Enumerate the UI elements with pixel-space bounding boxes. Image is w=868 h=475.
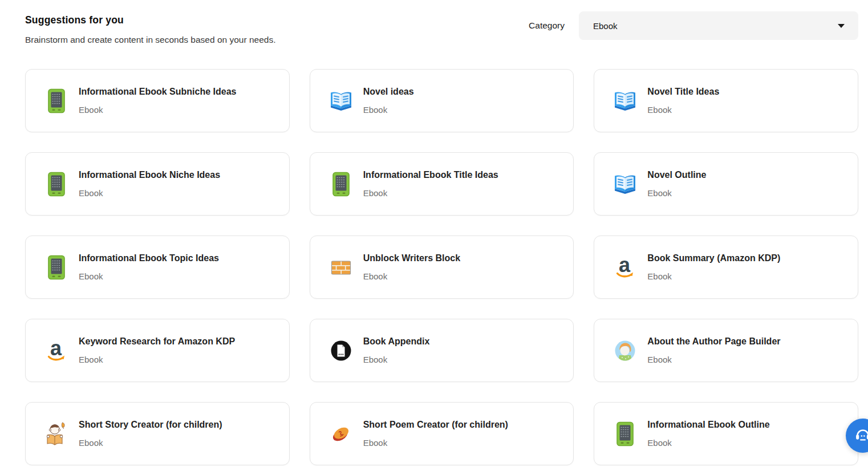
card-text: Unblock Writers BlockEbook — [363, 253, 467, 281]
card-subtitle: Ebook — [79, 105, 236, 115]
ebook-reader-icon — [613, 420, 638, 448]
chevron-down-icon — [838, 24, 845, 28]
card-subtitle: Ebook — [79, 438, 222, 448]
card-title: Novel Outline — [647, 170, 706, 180]
svg-text:a: a — [619, 255, 631, 277]
card-subtitle: Ebook — [363, 188, 498, 198]
suggestion-card[interactable]: Informational Ebook Title IdeasEbook — [310, 152, 574, 216]
suggestion-card[interactable]: Novel ideasEbook — [310, 69, 574, 132]
suggestion-card[interactable]: aBook Summary (Amazon KDP)Ebook — [594, 236, 858, 299]
card-title: Unblock Writers Block — [363, 253, 460, 263]
amazon-logo-icon: a — [44, 337, 69, 364]
suggestion-card[interactable]: Unblock Writers BlockEbook — [310, 236, 574, 299]
card-subtitle: Ebook — [647, 105, 719, 115]
ebook-reader-icon — [44, 87, 69, 115]
page-header: Suggestions for you Brainstorm and creat… — [25, 14, 275, 45]
card-subtitle: Ebook — [79, 188, 220, 198]
card-title: Novel ideas — [363, 87, 414, 97]
page-title: Suggestions for you — [25, 14, 275, 26]
card-subtitle: Ebook — [79, 271, 219, 281]
suggestion-card[interactable]: Book AppendixEbook — [310, 319, 574, 382]
ebook-reader-icon — [44, 170, 69, 198]
suggestion-card[interactable]: Informational Ebook Topic IdeasEbook — [25, 236, 290, 299]
card-text: Short Story Creator (for children)Ebook — [79, 420, 229, 448]
card-subtitle: Ebook — [79, 355, 235, 364]
suggestion-card[interactable]: Short Story Creator (for children)Ebook — [25, 402, 290, 465]
card-title: Informational Ebook Outline — [647, 420, 769, 430]
card-subtitle: Ebook — [363, 271, 460, 281]
card-title: About the Author Page Builder — [647, 336, 780, 347]
card-title: Informational Ebook Title Ideas — [363, 170, 498, 180]
card-text: Informational Ebook OutlineEbook — [647, 420, 776, 448]
category-label: Category — [529, 21, 565, 31]
open-book-icon — [613, 87, 638, 115]
card-text: Novel OutlineEbook — [647, 170, 713, 198]
card-text: Informational Ebook Title IdeasEbook — [363, 170, 505, 198]
card-subtitle: Ebook — [363, 105, 414, 115]
card-title: Keyword Research for Amazon KDP — [79, 336, 235, 347]
amazon-logo-icon: a — [613, 254, 638, 281]
ebook-reader-icon — [328, 170, 354, 198]
headset-icon — [854, 426, 868, 446]
category-dropdown[interactable]: Ebook — [579, 11, 858, 40]
card-subtitle: Ebook — [647, 355, 780, 364]
card-subtitle: Ebook — [647, 188, 706, 198]
document-page-icon — [328, 337, 354, 364]
card-subtitle: Ebook — [363, 355, 430, 364]
category-selected-value: Ebook — [593, 21, 618, 31]
suggestion-card[interactable]: About the Author Page BuilderEbook — [594, 319, 858, 382]
card-text: Novel ideasEbook — [363, 87, 421, 115]
card-text: About the Author Page BuilderEbook — [647, 336, 787, 364]
suggestion-card[interactable]: Informational Ebook Subniche IdeasEbook — [25, 69, 290, 132]
svg-text:a: a — [50, 338, 62, 360]
suggestion-card[interactable]: aKeyword Research for Amazon KDPEbook — [25, 319, 290, 382]
ebook-reader-icon — [44, 254, 69, 281]
card-title: Book Appendix — [363, 336, 430, 347]
card-title: Book Summary (Amazon KDP) — [647, 253, 780, 263]
card-subtitle: Ebook — [647, 438, 769, 448]
card-title: Short Story Creator (for children) — [79, 420, 222, 430]
suggestions-grid: Informational Ebook Subniche IdeasEbookN… — [25, 69, 858, 465]
category-filter: Category Ebook — [529, 11, 858, 40]
author-avatar-icon — [613, 337, 638, 364]
suggestion-card[interactable]: Informational Ebook OutlineEbook — [594, 402, 858, 465]
card-text: Informational Ebook Niche IdeasEbook — [79, 170, 227, 198]
card-text: Informational Ebook Topic IdeasEbook — [79, 253, 226, 281]
card-text: Novel Title IdeasEbook — [647, 87, 726, 115]
card-title: Informational Ebook Topic Ideas — [79, 253, 219, 263]
card-subtitle: Ebook — [363, 438, 508, 448]
child-reading-icon — [44, 420, 69, 448]
open-book-icon — [328, 87, 354, 115]
poem-stamp-icon — [328, 420, 354, 448]
open-book-icon — [613, 170, 638, 198]
card-title: Informational Ebook Subniche Ideas — [79, 87, 236, 97]
card-text: Book AppendixEbook — [363, 336, 437, 364]
suggestion-card[interactable]: Novel OutlineEbook — [594, 152, 858, 216]
card-subtitle: Ebook — [647, 271, 780, 281]
brick-wall-icon — [328, 254, 354, 281]
card-text: Keyword Research for Amazon KDPEbook — [79, 336, 242, 364]
card-text: Book Summary (Amazon KDP)Ebook — [647, 253, 787, 281]
card-text: Short Poem Creator (for children)Ebook — [363, 420, 515, 448]
card-text: Informational Ebook Subniche IdeasEbook — [79, 87, 243, 115]
card-title: Informational Ebook Niche Ideas — [79, 170, 220, 180]
suggestion-card[interactable]: Informational Ebook Niche IdeasEbook — [25, 152, 290, 216]
suggestion-card[interactable]: Short Poem Creator (for children)Ebook — [310, 402, 574, 465]
suggestion-card[interactable]: Novel Title IdeasEbook — [594, 69, 858, 132]
card-title: Novel Title Ideas — [647, 87, 719, 97]
card-title: Short Poem Creator (for children) — [363, 420, 508, 430]
suggestions-page: Suggestions for you Brainstorm and creat… — [0, 0, 868, 475]
page-subtitle: Brainstorm and create content in seconds… — [25, 35, 275, 45]
